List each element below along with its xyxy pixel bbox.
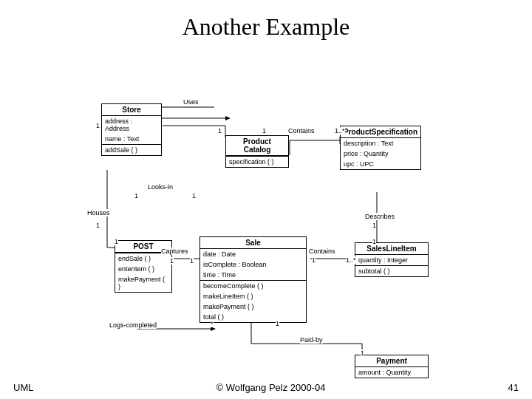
page-title: Another Example: [0, 0, 532, 48]
footer-copyright: © Wolfgang Pelz 2000-04: [216, 382, 325, 393]
one-many-ps-label: 1..*: [335, 127, 345, 134]
footer-page: 41: [508, 382, 519, 393]
contains1-label: Contains: [288, 127, 315, 134]
one-h2-label: 1: [115, 238, 118, 245]
one-li2-label: 1: [192, 192, 196, 200]
one-desc2-label: 1: [372, 238, 376, 245]
describes-label: Describes: [365, 213, 395, 220]
one-pay-label: 1: [361, 349, 364, 357]
sales-line-item-box: SalesLineItem quantity : Integer subtota…: [355, 242, 429, 277]
one-cont-label: 1: [312, 256, 316, 264]
sale-box: Sale date : Date isComplete : Boolean ti…: [200, 236, 307, 323]
logs-completed-label: Logs-completed: [109, 321, 157, 329]
paid-by-label: Paid-by: [300, 336, 323, 344]
footer-uml: UML: [13, 382, 33, 393]
captures-label: Captures: [161, 248, 188, 255]
footer: UML © Wolfgang Pelz 2000-04 41: [0, 382, 532, 393]
product-catalog-box: Product Catalog specification ( ): [225, 135, 289, 168]
contains2-label: Contains: [309, 248, 335, 255]
payment-box: Payment amount : Quantity: [355, 355, 429, 378]
store-box: Store address : Address name : Text addS…: [101, 103, 162, 156]
star-label: *: [211, 320, 214, 327]
one-many-cont-label: 1..*: [346, 256, 356, 264]
looks-in-label: Looks-in: [148, 183, 173, 191]
diagram-svg: [0, 48, 532, 388]
one-pc-label: 1: [218, 127, 222, 134]
one-li-label: 1: [134, 192, 138, 200]
diagram-area: Store address : Address name : Text addS…: [0, 48, 532, 388]
one-cat-label: 1: [262, 127, 266, 134]
houses-label: Houses: [87, 209, 110, 216]
one-cap2-label: 1: [190, 257, 194, 265]
one-desc-label: 1: [372, 222, 376, 229]
uses-label: Uses: [183, 98, 199, 106]
one-cap-label: 1: [170, 257, 174, 265]
one-h1-label: 1: [96, 222, 100, 229]
product-specification-box: ProductSpecification description : Text …: [340, 126, 421, 170]
one-store-label: 1: [96, 122, 100, 129]
one-star-label: 1: [276, 320, 279, 327]
svg-marker-3: [225, 116, 231, 120]
